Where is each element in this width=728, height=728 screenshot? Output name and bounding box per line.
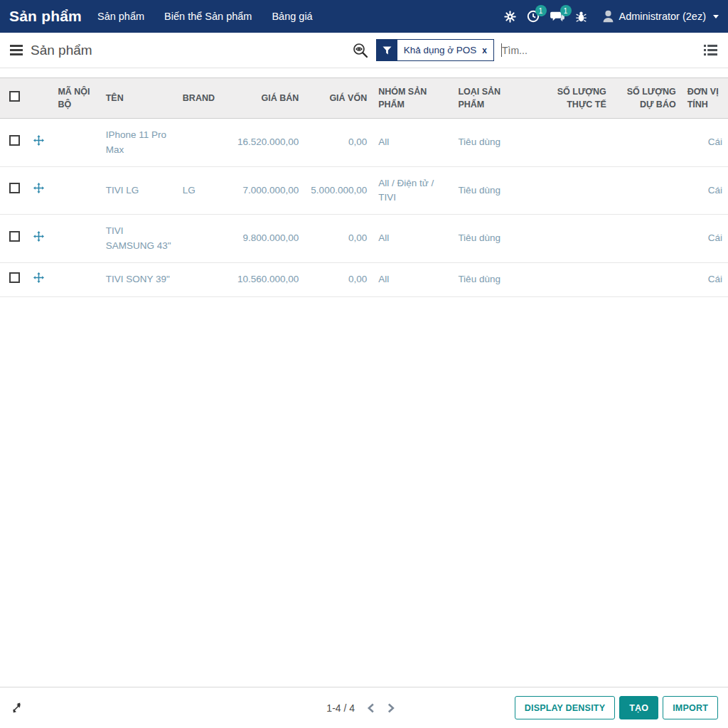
cell-category[interactable]: All (373, 215, 452, 263)
activities-badge: 1 (535, 5, 547, 16)
cell-name[interactable]: TIVI SONY 39" (100, 262, 177, 296)
products-list-page: Sản phẩm Sản phẩm Biến thể Sản phẩm Bảng… (0, 0, 728, 728)
cell-type[interactable]: Tiêu dùng (452, 262, 530, 296)
col-code[interactable]: MÃ NỘI BỘ (52, 78, 100, 119)
cell-qty-forecast[interactable] (612, 119, 682, 167)
col-qty-forecast[interactable]: SỐ LƯỢNG DỰ BÁO (612, 78, 682, 119)
create-button[interactable]: TẠO (619, 696, 658, 719)
cell-qty-on-hand[interactable] (531, 119, 612, 167)
col-qty-on-hand[interactable]: SỐ LƯỢNG THỰC TẾ (531, 78, 612, 119)
cell-brand[interactable] (177, 215, 223, 263)
menu-toggle-icon[interactable] (10, 45, 23, 55)
nav-item-pricelists[interactable]: Bảng giá (272, 11, 312, 22)
cell-code[interactable] (52, 166, 100, 215)
cell-uom[interactable]: Cái (682, 119, 728, 167)
drag-handle-cell[interactable] (28, 119, 53, 167)
col-handle (28, 78, 53, 119)
row-checkbox-cell[interactable] (0, 119, 28, 167)
cell-cost[interactable]: 0,00 (304, 262, 373, 296)
col-brand[interactable]: BRAND (177, 78, 223, 119)
navbar-right: 1 1 (504, 10, 719, 23)
cell-name[interactable]: TIVI LG (100, 166, 177, 215)
cell-sale-price[interactable]: 10.560.000,00 (223, 262, 304, 296)
col-sale-price[interactable]: GIÁ BÁN (223, 78, 304, 119)
nav-item-product-variants[interactable]: Biến thể Sản phẩm (164, 11, 252, 22)
messages-icon[interactable]: 1 (550, 10, 564, 23)
cell-qty-on-hand[interactable] (531, 166, 612, 215)
select-all-checkbox-cell[interactable] (0, 78, 28, 119)
activities-clock-icon[interactable]: 1 (527, 10, 540, 23)
cell-brand[interactable] (177, 119, 223, 167)
row-checkbox-cell[interactable] (0, 262, 28, 296)
cell-category[interactable]: All (373, 262, 452, 296)
cell-cost[interactable]: 5.000.000,00 (304, 166, 373, 215)
search-facet: Khả dụng ở POS x (376, 39, 494, 61)
cell-category[interactable]: All / Điện tử / TIVI (373, 166, 452, 215)
table-row[interactable]: IPhone 11 Pro Max 16.520.000,00 0,00 All… (0, 119, 728, 167)
cell-type[interactable]: Tiêu dùng (452, 119, 530, 167)
cell-code[interactable] (52, 262, 100, 296)
table-row[interactable]: TIVI LG LG 7.000.000,00 5.000.000,00 All… (0, 166, 728, 215)
gear-icon[interactable] (504, 11, 516, 23)
col-uom[interactable]: ĐƠN VỊ TÍNH (682, 78, 728, 119)
cell-brand[interactable]: LG (177, 166, 223, 215)
cell-qty-on-hand[interactable] (531, 262, 612, 296)
app-name[interactable]: Sản phẩm (9, 8, 82, 25)
drag-handle-cell[interactable] (28, 262, 53, 296)
cell-name[interactable]: TIVI SAMSUNG 43" (100, 215, 177, 263)
cell-qty-forecast[interactable] (612, 262, 682, 296)
select-all-checkbox[interactable] (9, 91, 20, 102)
search-options-icon[interactable] (352, 42, 369, 59)
row-checkbox[interactable] (9, 135, 20, 146)
cell-uom[interactable]: Cái (682, 262, 728, 296)
list-view-icon[interactable] (703, 43, 718, 57)
col-type[interactable]: LOẠI SẢN PHẨM (452, 78, 530, 119)
cell-type[interactable]: Tiêu dùng (452, 215, 530, 263)
facet-remove-icon[interactable]: x (482, 46, 487, 55)
table-row[interactable]: TIVI SAMSUNG 43" 9.800.000,00 0,00 All T… (0, 215, 728, 263)
cell-code[interactable] (52, 215, 100, 263)
display-density-button[interactable]: DISPLAY DENSITY (515, 696, 615, 719)
row-checkbox-cell[interactable] (0, 215, 28, 263)
footer-bar: 1-4 / 4 DISPLAY DENSITY TẠO IMPORT (0, 687, 728, 728)
cell-uom[interactable]: Cái (682, 166, 728, 215)
row-checkbox[interactable] (9, 272, 20, 283)
cell-cost[interactable]: 0,00 (304, 119, 373, 167)
cell-qty-forecast[interactable] (612, 215, 682, 263)
cell-cost[interactable]: 0,00 (304, 215, 373, 263)
cell-code[interactable] (52, 119, 100, 167)
row-checkbox[interactable] (9, 231, 20, 242)
drag-handle-cell[interactable] (28, 166, 53, 215)
expand-icon[interactable] (10, 701, 23, 714)
bug-icon[interactable] (575, 11, 587, 23)
table-row[interactable]: TIVI SONY 39" 10.560.000,00 0,00 All Tiê… (0, 262, 728, 296)
col-cost[interactable]: GIÁ VỐN (304, 78, 373, 119)
user-avatar-icon (602, 10, 614, 23)
cell-category[interactable]: All (373, 119, 452, 167)
search-input[interactable] (502, 45, 683, 56)
nav-item-products[interactable]: Sản phẩm (97, 11, 144, 22)
footer-buttons: DISPLAY DENSITY TẠO IMPORT (515, 696, 718, 719)
cell-qty-on-hand[interactable] (531, 215, 612, 263)
cell-sale-price[interactable]: 9.800.000,00 (223, 215, 304, 263)
user-menu[interactable]: Administrator (2ez) (602, 10, 719, 23)
pager: 1-4 / 4 (326, 702, 395, 714)
pager-next-icon[interactable] (387, 703, 395, 713)
cell-type[interactable]: Tiêu dùng (452, 166, 530, 215)
cell-qty-forecast[interactable] (612, 166, 682, 215)
row-checkbox[interactable] (9, 183, 20, 193)
cell-name[interactable]: IPhone 11 Pro Max (100, 119, 177, 167)
cell-brand[interactable] (177, 262, 223, 296)
cell-uom[interactable]: Cái (682, 215, 728, 263)
move-handle-icon (33, 135, 44, 146)
row-checkbox-cell[interactable] (0, 166, 28, 215)
drag-handle-cell[interactable] (28, 215, 53, 263)
pager-prev-icon[interactable] (367, 703, 375, 713)
cell-sale-price[interactable]: 16.520.000,00 (223, 119, 304, 167)
import-button[interactable]: IMPORT (663, 696, 718, 719)
filter-funnel-icon (377, 40, 397, 60)
col-category[interactable]: NHÓM SẢN PHẨM (373, 78, 452, 119)
col-name[interactable]: TÊN (100, 78, 177, 119)
cell-sale-price[interactable]: 7.000.000,00 (223, 166, 304, 215)
search-bar: Khả dụng ở POS x (352, 39, 718, 61)
